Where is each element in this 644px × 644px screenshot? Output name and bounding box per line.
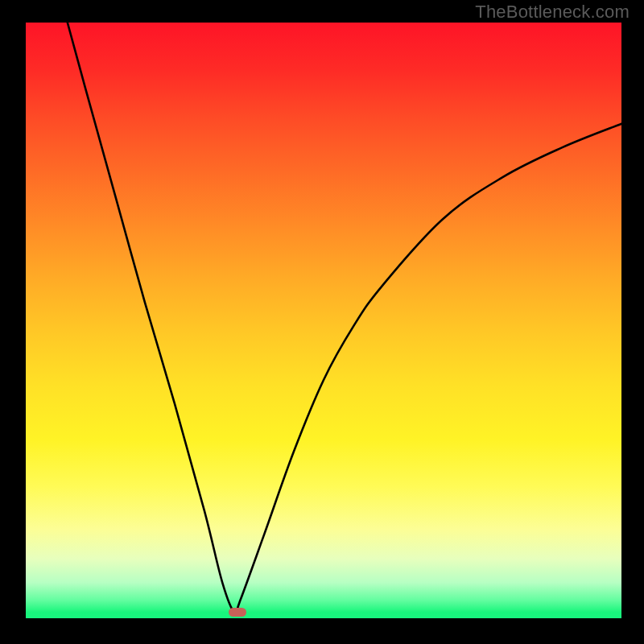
chart-frame: TheBottleneck.com <box>0 0 644 644</box>
plot-area <box>26 23 621 618</box>
curve-svg <box>26 23 621 618</box>
bottleneck-curve <box>68 23 621 613</box>
optimum-marker <box>229 608 246 617</box>
watermark-text: TheBottleneck.com <box>475 2 630 23</box>
